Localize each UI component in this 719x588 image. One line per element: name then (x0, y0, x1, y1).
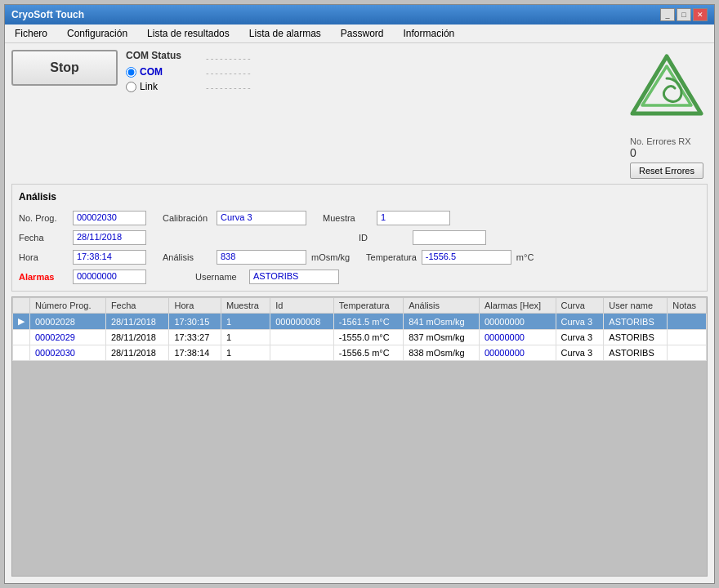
cell-id (270, 330, 334, 345)
cell-numero-prog: 00002030 (30, 345, 106, 361)
cell-fecha: 28/11/2018 (105, 330, 169, 345)
row-arrow (13, 345, 30, 361)
table-wrapper[interactable]: Número Prog. Fecha Hora Muestra Id Tempe… (12, 297, 707, 576)
alarmas-label: Alarmas (19, 272, 68, 282)
temperatura-label: Temperatura (366, 252, 417, 262)
cryo-logo (626, 50, 708, 131)
analisis-row: Análisis 838 mOsm/kg (163, 250, 350, 265)
cell-muestra: 1 (221, 330, 270, 345)
cell-alarmas-hex: 00000000 (480, 345, 556, 361)
table-row[interactable]: 0000203028/11/201817:38:141-1556.5 m°C83… (13, 345, 707, 361)
title-bar: CryoSoft Touch _ □ ✕ (5, 5, 714, 24)
link-radio-row: Link (126, 81, 181, 92)
row-arrow (13, 330, 30, 345)
cell-curva: Curva 3 (556, 345, 604, 361)
title-bar-controls: _ □ ✕ (660, 8, 708, 21)
hora-row: Hora 17:38:14 (19, 250, 146, 265)
analysis-section: Análisis No. Prog. 00002030 Calibración … (11, 184, 708, 292)
muestra-label: Muestra (323, 213, 372, 223)
temperatura-unit: m°C (516, 252, 534, 262)
cell-user-name: ASTORIBS (604, 345, 668, 361)
link-radio[interactable] (126, 82, 136, 92)
cell-numero-prog: 00002028 (30, 314, 106, 330)
error-count-value: 0 (630, 146, 636, 159)
calibracion-label: Calibración (163, 213, 212, 223)
reset-errors-button[interactable]: Reset Errores (630, 163, 703, 179)
menu-item-configuracion[interactable]: Configuración (57, 24, 137, 42)
results-table: Número Prog. Fecha Hora Muestra Id Tempe… (12, 297, 707, 361)
cell-analisis: 841 mOsm/kg (404, 314, 480, 330)
cell-curva: Curva 3 (556, 330, 604, 345)
table-row[interactable]: ▶0000202828/11/201817:30:151000000008-15… (13, 314, 707, 330)
row-arrow: ▶ (13, 314, 30, 330)
close-button[interactable]: ✕ (693, 8, 708, 21)
cell-temperatura: -1561.5 m°C (333, 314, 403, 330)
window-title: CryoSoft Touch (11, 9, 84, 20)
col-numero-prog: Número Prog. (30, 298, 106, 314)
alarmas-row: Alarmas 00000000 (19, 270, 146, 284)
table-header: Número Prog. Fecha Hora Muestra Id Tempe… (13, 298, 707, 314)
table-body: ▶0000202828/11/201817:30:151000000008-15… (13, 314, 707, 361)
username-row: Username ASTORIBS (195, 270, 339, 284)
cell-alarmas-hex: 00000000 (480, 330, 556, 345)
analysis-title: Análisis (19, 191, 700, 203)
table-row[interactable]: 0000202928/11/201817:33:271-1555.0 m°C83… (13, 330, 707, 345)
cell-hora: 17:38:14 (169, 345, 221, 361)
empty-area (12, 361, 707, 524)
cell-user-name: ASTORIBS (604, 330, 668, 345)
status-line-1: ---------- (206, 53, 252, 63)
alarmas-value: 00000000 (73, 270, 146, 284)
id-value (413, 230, 486, 245)
cell-numero-prog: 00002029 (30, 330, 106, 345)
cell-notas (668, 330, 707, 345)
fecha-label: Fecha (19, 233, 68, 243)
com-radio-row: COM (126, 66, 181, 78)
main-content: Stop COM Status COM Link ---------- ----… (5, 43, 714, 583)
menu-item-lista-resultados[interactable]: Lista de resultados (137, 24, 239, 42)
table-section: Número Prog. Fecha Hora Muestra Id Tempe… (11, 296, 708, 577)
menu-bar: Fichero Configuración Lista de resultado… (5, 24, 714, 43)
cell-muestra: 1 (221, 314, 270, 330)
cell-muestra: 1 (221, 345, 270, 361)
fecha-row: Fecha 28/11/2018 (19, 230, 146, 245)
cell-alarmas-hex: 00000000 (480, 314, 556, 330)
username-value: ASTORIBS (249, 270, 339, 284)
com-radio[interactable] (126, 67, 136, 78)
menu-item-informacion[interactable]: Información (394, 24, 465, 42)
top-section: Stop COM Status COM Link ---------- ----… (11, 50, 708, 179)
analisis-value: 838 (217, 250, 306, 265)
col-muestra: Muestra (221, 298, 270, 314)
minimize-button[interactable]: _ (660, 8, 675, 21)
status-line-3: ---------- (206, 82, 252, 92)
cell-notas (668, 314, 707, 330)
no-prog-value: 00002030 (73, 211, 146, 225)
main-window: CryoSoft Touch _ □ ✕ Fichero Configuraci… (4, 4, 715, 584)
calibracion-row: Calibración Curva 3 (163, 211, 306, 225)
menu-item-password[interactable]: Password (331, 24, 394, 42)
no-errores-label: No. Errores RX (630, 136, 691, 146)
logo-area: No. Errores RX 0 Reset Errores (626, 50, 708, 179)
hora-value: 17:38:14 (73, 250, 146, 265)
status-line-2: ---------- (206, 68, 252, 78)
menu-item-fichero[interactable]: Fichero (5, 24, 57, 42)
col-alarmas-hex: Alarmas [Hex] (480, 298, 556, 314)
fecha-value: 28/11/2018 (73, 230, 146, 245)
id-row: ID (359, 230, 486, 245)
menu-item-lista-alarmas[interactable]: Lista de alarmas (239, 24, 331, 42)
maximize-button[interactable]: □ (677, 8, 691, 21)
status-lines: ---------- ---------- ---------- (206, 53, 252, 92)
com-status-section: COM Status COM Link (126, 50, 181, 92)
cell-fecha: 28/11/2018 (105, 314, 169, 330)
analisis-label: Análisis (163, 252, 212, 262)
cell-id: 000000008 (270, 314, 334, 330)
username-label: Username (195, 272, 244, 282)
cell-notas (668, 345, 707, 361)
no-prog-label: No. Prog. (19, 213, 68, 223)
hora-label: Hora (19, 252, 68, 262)
cell-fecha: 28/11/2018 (105, 345, 169, 361)
col-hora: Hora (169, 298, 221, 314)
cell-analisis: 838 mOsm/kg (404, 345, 480, 361)
temperatura-row: Temperatura -1556.5 m°C (366, 250, 534, 265)
no-prog-row: No. Prog. 00002030 (19, 211, 146, 225)
stop-button[interactable]: Stop (11, 50, 118, 86)
